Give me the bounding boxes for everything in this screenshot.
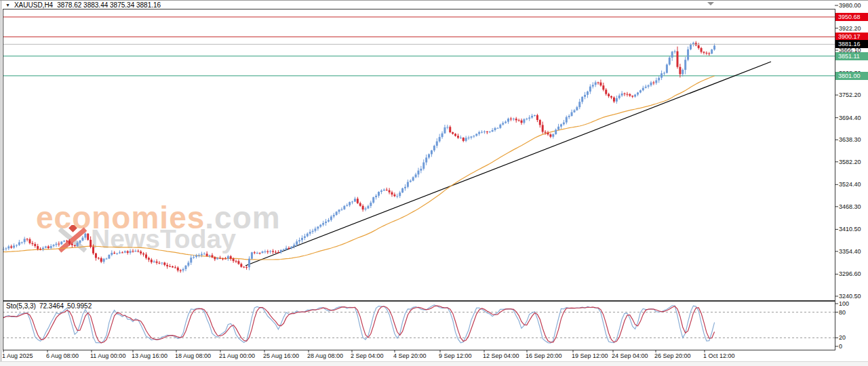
time-axis-label[interactable]: 11 Aug 00:00	[90, 352, 125, 359]
ohlc-values-label: 3878.62 3883.44 3875.34 3881.16	[57, 1, 161, 9]
price-axis-tick-3922.20: 3922.20	[839, 25, 861, 32]
price-axis-tick-3980.00: 3980.00	[839, 2, 861, 9]
price-axis-tick-3752.20: 3752.20	[839, 92, 861, 98]
time-axis-label[interactable]: 18 Aug 08:00	[175, 352, 211, 359]
chart-canvas[interactable]	[0, 0, 868, 366]
moving-average-line[interactable]	[3, 76, 715, 260]
scroll-to-end-icon[interactable]	[707, 2, 714, 5]
price-axis-tick-3240.50: 3240.50	[839, 293, 861, 300]
stochastic-scale-100: 100	[839, 300, 849, 307]
stochastic-scale-0: 0	[839, 343, 842, 350]
time-axis-label[interactable]: 24 Sep 04:00	[612, 352, 648, 359]
time-axis-label[interactable]: 1 Aug 2025	[2, 352, 33, 359]
time-axis-label[interactable]: 2 Sep 04:00	[351, 352, 384, 359]
time-axis-label[interactable]: 28 Aug 08:00	[307, 352, 343, 359]
stochastic-indicator-label: Sto(5,3,3)72.346450.9952	[6, 302, 95, 310]
mt4-chart-window: ▼ XAUUSD,H4 3878.62 3883.44 3875.34 3881…	[0, 0, 868, 366]
time-axis-label[interactable]: 16 Sep 20:00	[526, 352, 562, 359]
price-panel-border	[3, 9, 835, 301]
candle-bodies	[3, 43, 716, 271]
stochastic-scale-80: 80	[839, 309, 846, 316]
price-axis-tick-3354.40: 3354.40	[839, 248, 861, 255]
price-axis-tick-3410.50: 3410.50	[839, 226, 861, 232]
chart-title-bar[interactable]: ▼ XAUUSD,H4 3878.62 3883.44 3875.34 3881…	[5, 1, 161, 9]
stochastic-scale-20: 20	[839, 334, 846, 341]
time-axis-label[interactable]: 19 Sep 12:00	[572, 352, 608, 359]
price-badge-3801.00: 3801.00	[835, 72, 868, 80]
price-axis-tick-3296.60: 3296.60	[839, 270, 861, 277]
ascending-trendline[interactable]	[245, 62, 771, 266]
time-axis-label[interactable]: 9 Sep 12:00	[439, 352, 472, 359]
price-axis-tick-3694.40: 3694.40	[839, 115, 861, 121]
stochastic-name: Sto(5,3,3)	[6, 302, 36, 310]
stochastic-d-line	[3, 306, 715, 343]
price-badge-3851.11: 3851.11	[835, 52, 868, 60]
stochastic-d-value: 50.9952	[67, 302, 92, 310]
symbol-period-label: XAUUSD,H4	[14, 1, 53, 9]
horizontal-level-lines[interactable]	[3, 17, 835, 76]
price-axis-tick-3468.30: 3468.30	[839, 203, 861, 210]
price-axis-tick-3582.20: 3582.20	[839, 159, 861, 165]
time-axis-label[interactable]: 1 Oct 12:00	[703, 352, 735, 359]
price-badge-3950.68: 3950.68	[835, 13, 868, 21]
price-badge-3881.16: 3881.16	[835, 40, 868, 48]
chevron-down-icon[interactable]: ▼	[5, 3, 10, 7]
stochastic-k-value: 72.3464	[39, 302, 64, 310]
time-axis-label[interactable]: 26 Sep 20:00	[654, 352, 691, 359]
time-axis-label[interactable]: 13 Aug 16:00	[132, 352, 167, 359]
price-axis-tick-3638.30: 3638.30	[839, 136, 861, 143]
time-axis-label[interactable]: 12 Sep 04:00	[483, 352, 519, 359]
time-axis-label[interactable]: 21 Aug 00:00	[219, 352, 255, 359]
time-axis-label[interactable]: 25 Aug 16:00	[263, 352, 299, 359]
time-axis-label[interactable]: 4 Sep 20:00	[393, 352, 427, 359]
stochastic-k-line	[3, 305, 715, 343]
price-axis-tick-3524.40: 3524.40	[839, 181, 861, 188]
time-axis-label[interactable]: 6 Aug 08:00	[46, 352, 79, 359]
